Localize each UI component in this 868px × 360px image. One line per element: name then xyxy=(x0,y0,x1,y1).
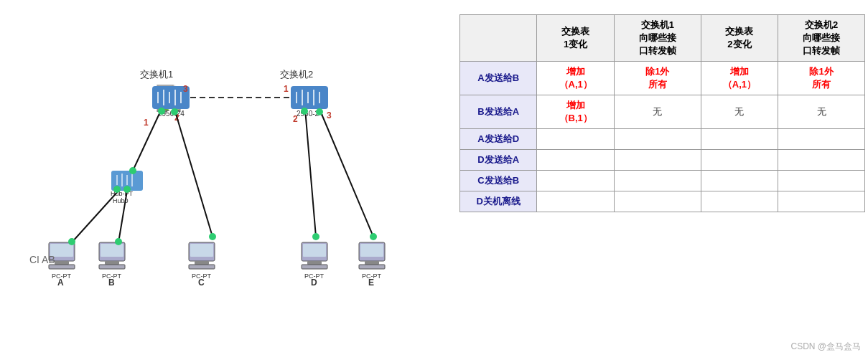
cell-ad-sw1-change xyxy=(537,129,614,150)
pc-b-name: B xyxy=(108,278,115,288)
pc-c-name: C xyxy=(198,278,205,288)
cell-ad-sw2-forward xyxy=(778,129,865,150)
row-a-to-d: A发送给D xyxy=(460,129,865,150)
connector-hub-a-pc xyxy=(68,238,75,245)
row-label-a-to-b: A发送给B xyxy=(460,62,537,95)
pc-d-screen-inner xyxy=(303,244,326,257)
pc-e-base xyxy=(359,265,385,269)
ci-ab-label: CI AB xyxy=(29,254,55,265)
row-label-b-to-a: B发送给A xyxy=(460,95,537,129)
port-label-sw2-1: 1 xyxy=(284,84,289,94)
cell-da-sw1-forward xyxy=(614,150,701,171)
sw1-c-link xyxy=(174,109,213,237)
pc-c-base xyxy=(189,265,215,269)
row-c-to-b: C发送给B xyxy=(460,171,865,191)
network-diagram: 交换机1 交换机2 2950-24 2950-24 3 1 Hub-PT H xyxy=(0,0,459,344)
connector-sw1-c-sw xyxy=(171,108,178,115)
cell-ad-sw2-change xyxy=(701,129,778,150)
row-d-offline: D关机离线 xyxy=(460,191,865,212)
cell-ba-sw2-forward: 无 xyxy=(778,95,865,129)
hub-a-link xyxy=(72,191,118,242)
cell-do-sw2-forward xyxy=(778,191,865,212)
pc-d-name: D xyxy=(311,278,317,288)
port-label-sw1-3: 3 xyxy=(183,84,188,94)
sw2-e-link xyxy=(319,109,373,237)
header-col0 xyxy=(460,15,537,62)
header-col2: 交换机1向哪些接口转发帧 xyxy=(614,15,701,62)
row-label-a-to-d: A发送给D xyxy=(460,129,537,150)
pc-b-screen-inner xyxy=(101,244,123,257)
table-area: 交换表1变化 交换机1向哪些接口转发帧 交换表2变化 交换机2向哪些接口转发帧 … xyxy=(459,14,865,344)
row-label-c-to-b: C发送给B xyxy=(460,171,537,191)
connector-hub-b-hub xyxy=(123,186,131,193)
cell-cb-sw2-change xyxy=(701,171,778,191)
row-label-d-offline: D关机离线 xyxy=(460,191,537,212)
cell-cb-sw1-change xyxy=(537,171,614,191)
pc-c-screen-inner xyxy=(190,244,213,257)
cell-ba-sw1-change: 增加（B,1） xyxy=(537,95,614,129)
switch1-label: 交换机1 xyxy=(140,69,173,80)
connector-sw2-e-sw xyxy=(316,108,323,115)
row-b-to-a: B发送给A 增加（B,1） 无 无 无 xyxy=(460,95,865,129)
pc-c-stand xyxy=(195,261,209,265)
cell-ab-sw2-forward: 除1外所有 xyxy=(778,62,865,95)
cell-ab-sw1-forward: 除1外所有 xyxy=(614,62,701,95)
connector-sw2-d-pc xyxy=(312,233,319,240)
connector-sw1-hub-sw xyxy=(158,108,165,115)
cell-do-sw1-change xyxy=(537,191,614,212)
watermark: CSDN @盒马盒马 xyxy=(790,341,861,353)
cell-ab-sw1-change: 增加（A,1） xyxy=(537,62,614,95)
connector-sw1-hub-hub xyxy=(129,167,136,174)
cell-do-sw2-change xyxy=(701,191,778,212)
port-label-sw1-1: 1 xyxy=(144,118,149,128)
cell-ba-sw1-forward: 无 xyxy=(614,95,701,129)
cell-da-sw2-change xyxy=(701,150,778,171)
cell-cb-sw1-forward xyxy=(614,171,701,191)
pc-a-name: A xyxy=(57,278,64,288)
pc-b-stand xyxy=(105,261,119,265)
row-d-to-a: D发送给A xyxy=(460,150,865,171)
row-label-d-to-a: D发送给A xyxy=(460,150,537,171)
cell-ba-sw2-change: 无 xyxy=(701,95,778,129)
row-a-to-b: A发送给B 增加（A,1） 除1外所有 增加（A,1） 除1外所有 xyxy=(460,62,865,95)
cell-cb-sw2-forward xyxy=(778,171,865,191)
connector-hub-a-hub xyxy=(113,186,121,193)
switch2-label: 交换机2 xyxy=(280,69,313,80)
cell-da-sw1-change xyxy=(537,150,614,171)
header-col1: 交换表1变化 xyxy=(537,15,614,62)
cell-da-sw2-forward xyxy=(778,150,865,171)
pc-d-stand xyxy=(307,261,322,265)
header-col3: 交换表2变化 xyxy=(701,15,778,62)
pc-d-base xyxy=(302,265,327,269)
cell-do-sw1-forward xyxy=(614,191,701,212)
connector-sw2-d-sw xyxy=(301,108,308,115)
cell-ad-sw1-forward xyxy=(614,129,701,150)
port-label-sw2-2: 2 xyxy=(293,114,298,124)
connector-hub-b-pc xyxy=(115,238,122,245)
pc-b-base xyxy=(99,265,125,269)
pc-e-screen-inner xyxy=(360,244,383,257)
cell-ab-sw2-change: 增加（A,1） xyxy=(701,62,778,95)
pc-e-stand xyxy=(365,261,379,265)
pc-a-stand xyxy=(55,261,69,265)
main-table: 交换表1变化 交换机1向哪些接口转发帧 交换表2变化 交换机2向哪些接口转发帧 … xyxy=(459,14,865,212)
port-label-sw2-3: 3 xyxy=(327,110,332,120)
sw2-d-link xyxy=(305,109,316,237)
connector-sw1-c-pc xyxy=(209,233,216,240)
pc-e-name: E xyxy=(368,278,374,288)
connector-sw2-e-pc xyxy=(370,233,377,240)
header-col4: 交换机2向哪些接口转发帧 xyxy=(778,15,865,62)
